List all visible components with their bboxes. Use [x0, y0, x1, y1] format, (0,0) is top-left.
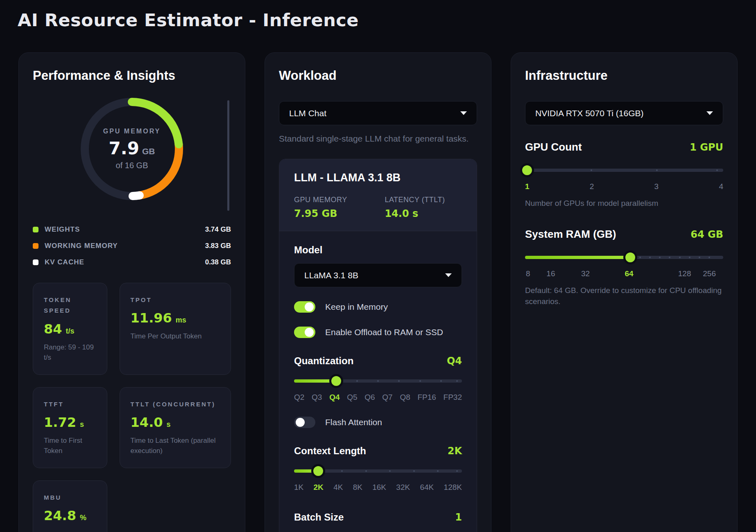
- model-select[interactable]: LLaMA 3.1 8B: [294, 263, 462, 287]
- toggle-knob: [296, 418, 305, 427]
- chevron-down-icon: [460, 111, 467, 115]
- toggle-label: Keep in Memory: [325, 302, 388, 312]
- ttlt-card: TTLT (CONCURRENT) 14.0 s Time to Last To…: [120, 387, 231, 468]
- legend-row-weights: WEIGHTS 3.74 GB: [33, 221, 231, 238]
- tick-label: 32K: [396, 483, 410, 493]
- performance-title: Performance & Insights: [33, 68, 231, 83]
- stat-label: LATENCY (TTLT): [385, 196, 445, 204]
- tick-label: 128: [678, 269, 691, 278]
- context-length-slider[interactable]: [294, 464, 462, 478]
- slider-tick-dot: [456, 380, 458, 382]
- card-value: 84: [44, 321, 62, 337]
- card-subtext: Time to Last Token (parallel execution): [131, 435, 220, 456]
- legend-label: WORKING MEMORY: [45, 242, 118, 250]
- gauge-total: of 16 GB: [116, 161, 148, 170]
- gpu-count-slider[interactable]: [525, 163, 723, 177]
- slider-tick-dot: [377, 380, 379, 382]
- toggle-knob: [305, 328, 314, 337]
- system-ram-label: System RAM (GB): [525, 228, 616, 241]
- card-subtext: Time to First Token: [44, 435, 96, 456]
- tick-label: 32: [581, 269, 590, 278]
- stat-value: 14.0 s: [385, 208, 445, 219]
- stat-label: GPU MEMORY: [294, 196, 385, 204]
- tick-label: 8: [526, 269, 530, 278]
- tick-label: 2: [590, 182, 594, 192]
- ttft-card: TTFT 1.72 s Time to First Token: [33, 387, 107, 468]
- gpu-memory-gauge: GPU MEMORY 7.9 GB of 16 GB: [77, 94, 187, 204]
- flash-attention-toggle[interactable]: [294, 417, 315, 428]
- slider-tick-dot: [341, 470, 343, 472]
- kv-cache-swatch-icon: [33, 259, 38, 265]
- card-unit: %: [80, 514, 86, 522]
- tick-label: Q5: [347, 393, 357, 403]
- keep-in-memory-toggle[interactable]: [294, 301, 315, 313]
- llm-model-card: LLM - LLAMA 3.1 8B GPU MEMORY 7.95 GB LA…: [279, 159, 477, 532]
- infrastructure-title: Infrastructure: [525, 68, 723, 83]
- panel-scrollbar[interactable]: [227, 100, 229, 211]
- batch-size-label: Batch Size: [294, 512, 344, 523]
- latency-stat: LATENCY (TTLT) 14.0 s: [385, 196, 445, 219]
- card-unit: ms: [176, 316, 186, 325]
- tick-label: Q4: [329, 393, 340, 403]
- slider-thumb[interactable]: [329, 374, 343, 388]
- gauge-value: 7.9: [109, 138, 139, 158]
- card-value: 14.0: [131, 415, 163, 430]
- gauge-center-text: GPU MEMORY 7.9 GB of 16 GB: [77, 94, 187, 204]
- slider-thumb[interactable]: [623, 250, 637, 264]
- gpu-count-value: 1 GPU: [690, 142, 723, 153]
- mbu-card: MBU 24.8 %: [33, 480, 107, 532]
- card-subtext: Time Per Output Token: [131, 331, 220, 342]
- quantization-slider[interactable]: [294, 374, 462, 388]
- slider-tick-dot: [437, 470, 439, 472]
- slider-tick-dot: [716, 169, 718, 171]
- tick-label: 256: [703, 269, 716, 278]
- slider-thumb[interactable]: [311, 464, 325, 478]
- workload-type-value: LLM Chat: [289, 108, 326, 118]
- card-unit: s: [167, 420, 171, 429]
- legend-row-kv-cache: KV CACHE 0.38 GB: [33, 254, 231, 271]
- metric-cards-grid: TOKEN SPEED 84 t/s Range: 59 - 109 t/s T…: [33, 283, 231, 532]
- slider-tick-dot: [708, 257, 710, 258]
- legend-row-working-memory: WORKING MEMORY 3.83 GB: [33, 238, 231, 254]
- gpu-count-label: GPU Count: [525, 141, 582, 153]
- card-value: 11.96: [131, 310, 172, 326]
- slider-tick-dot: [413, 470, 415, 472]
- tick-label: 8K: [353, 483, 362, 493]
- card-unit: s: [80, 420, 84, 429]
- model-field-label: Model: [294, 244, 462, 256]
- workload-type-select[interactable]: LLM Chat: [279, 101, 477, 125]
- quantization-value: Q4: [447, 355, 462, 367]
- tick-label: Q8: [400, 393, 410, 403]
- workload-title: Workload: [279, 68, 477, 83]
- gpu-select-value: NVIDIA RTX 5070 Ti (16GB): [535, 108, 644, 118]
- tick-label: Q7: [382, 393, 392, 403]
- gpu-count-helper: Number of GPUs for model parallelism: [525, 198, 723, 209]
- slider-tick-dot: [689, 257, 690, 258]
- slider-tick-dot: [679, 257, 681, 258]
- tick-label: 16: [546, 269, 555, 278]
- slider-tick-dot: [456, 470, 458, 472]
- card-label: TPOT: [131, 295, 220, 305]
- slider-tick-dot: [639, 257, 641, 258]
- legend-value: 3.83 GB: [205, 242, 231, 250]
- slider-thumb[interactable]: [520, 163, 534, 177]
- card-label: TOKEN SPEED: [44, 295, 96, 316]
- toggle-label: Flash Attention: [325, 417, 382, 427]
- context-length-label: Context Length: [294, 445, 366, 457]
- slider-track: [525, 169, 723, 172]
- context-length-ticks: 1K 2K 4K 8K 16K 32K 64K 128K: [294, 483, 462, 493]
- tick-label: 1: [525, 182, 530, 192]
- tick-label: 128K: [444, 483, 462, 493]
- gpu-select[interactable]: NVIDIA RTX 5070 Ti (16GB): [525, 101, 723, 125]
- system-ram-slider[interactable]: [525, 250, 723, 264]
- tick-label: 3: [654, 182, 659, 192]
- offload-toggle[interactable]: [294, 327, 315, 338]
- workload-description: Standard single-stage LLM chat for gener…: [279, 133, 477, 145]
- legend-value: 0.38 GB: [205, 258, 231, 266]
- slider-tick-dot: [649, 257, 651, 258]
- tick-label: 4K: [333, 483, 343, 493]
- flash-attention-row: Flash Attention: [294, 417, 462, 428]
- tick-label: 4: [719, 182, 723, 192]
- tick-label: Q3: [312, 393, 322, 403]
- tpot-card: TPOT 11.96 ms Time Per Output Token: [120, 283, 231, 375]
